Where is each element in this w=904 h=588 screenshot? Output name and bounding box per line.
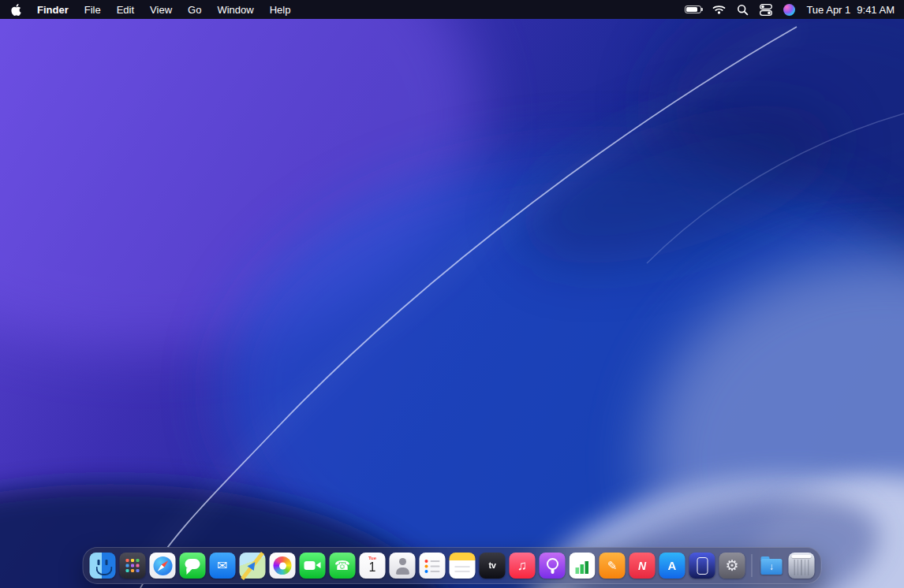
news-glyph: N <box>638 560 646 571</box>
dock-icon-appstore[interactable]: A <box>659 553 685 579</box>
menu-bar-menus: FileEditViewGoWindowHelp <box>77 4 299 16</box>
apple-logo-icon <box>11 4 21 16</box>
menu-bar: Finder FileEditViewGoWindowHelp <box>0 0 904 19</box>
wifi-icon[interactable] <box>712 5 726 14</box>
dock-divider <box>752 554 753 577</box>
menu-file[interactable]: File <box>77 4 109 16</box>
apple-menu[interactable] <box>9 4 29 16</box>
settings-glyph: ⚙ <box>725 558 738 573</box>
dock-icon-maps[interactable] <box>240 553 266 579</box>
desktop-wallpaper <box>0 19 904 588</box>
dock-icon-notes[interactable] <box>450 553 476 579</box>
control-center-icon[interactable] <box>760 4 772 16</box>
appstore-glyph: A <box>668 560 677 571</box>
dock-icon-calendar[interactable]: Tue1 <box>360 553 386 579</box>
dock-system: ↓ <box>759 553 815 579</box>
dock-icon-safari[interactable] <box>150 553 176 579</box>
battery-icon[interactable] <box>685 6 701 13</box>
dock-icon-downloads[interactable]: ↓ <box>759 553 785 579</box>
menu-help[interactable]: Help <box>262 4 299 16</box>
dock-icon-messages[interactable] <box>180 553 206 579</box>
dock-icon-launchpad[interactable] <box>120 553 146 579</box>
dock-icon-trash[interactable] <box>789 553 815 579</box>
phone-glyph: ☎ <box>334 560 350 572</box>
dock-icon-iphone-mirroring[interactable] <box>689 553 715 579</box>
siri-icon[interactable] <box>783 4 795 16</box>
dock-icon-contacts[interactable] <box>390 553 416 579</box>
dock-icon-pages[interactable]: ✎ <box>600 553 626 579</box>
dock-icon-mail[interactable]: ✉ <box>210 553 236 579</box>
menu-view[interactable]: View <box>142 4 180 16</box>
dock-icon-photos[interactable] <box>270 553 296 579</box>
downloads-glyph: ↓ <box>769 562 774 571</box>
dock-icon-news[interactable]: N <box>629 553 656 579</box>
dock-icon-podcasts[interactable] <box>540 553 566 579</box>
dock-icon-settings[interactable]: ⚙ <box>719 553 745 579</box>
mail-glyph: ✉ <box>217 560 227 572</box>
menu-go[interactable]: Go <box>180 4 209 16</box>
spotlight-icon[interactable] <box>737 4 749 16</box>
desktop-screen: Finder FileEditViewGoWindowHelp <box>0 0 904 588</box>
menu-app-name[interactable]: Finder <box>29 4 77 16</box>
dock-icon-facetime[interactable] <box>300 553 326 579</box>
dock-icon-music[interactable]: ♫ <box>510 553 536 579</box>
calendar-date: 1 <box>360 560 386 575</box>
pages-glyph: ✎ <box>607 560 618 571</box>
menu-bar-left: Finder FileEditViewGoWindowHelp <box>9 4 298 16</box>
menu-edit[interactable]: Edit <box>109 4 142 16</box>
menu-bar-date: Tue Apr 1 <box>806 4 850 16</box>
dock-icon-finder[interactable] <box>90 553 116 579</box>
menu-bar-clock[interactable]: Tue Apr 1 9:41 AM <box>806 4 895 16</box>
dock-apps: ✉☎Tue1tv♫✎NA⚙ <box>90 553 745 579</box>
dock-icon-phone[interactable]: ☎ <box>330 553 356 579</box>
tv-glyph: tv <box>489 561 496 570</box>
menu-window[interactable]: Window <box>209 4 261 16</box>
dock-icon-tv[interactable]: tv <box>480 553 506 579</box>
dock-icon-numbers[interactable] <box>570 553 596 579</box>
music-glyph: ♫ <box>517 559 528 572</box>
dock-icon-reminders[interactable] <box>420 553 446 579</box>
menu-bar-time: 9:41 AM <box>857 4 895 16</box>
menu-bar-status: Tue Apr 1 9:41 AM <box>685 4 895 16</box>
dock: ✉☎Tue1tv♫✎NA⚙ ↓ <box>83 547 822 584</box>
